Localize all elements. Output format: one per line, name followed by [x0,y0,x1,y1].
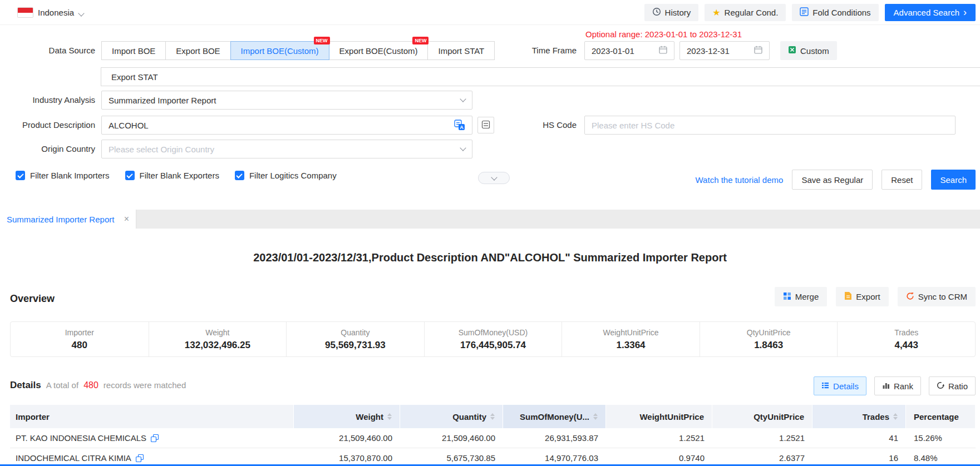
origin-country-label: Origin Country [0,140,95,158]
reset-button[interactable]: Reset [881,170,922,190]
advanced-search-button[interactable]: Advanced Search › [885,4,976,21]
tab-export-boe-custom[interactable]: Export BOE(Custom) NEW [329,41,429,60]
data-source-tabs: Import BOE Export BOE Import BOE(Custom)… [101,41,495,60]
filter-blank-exporters-checkbox[interactable]: Filter Blank Exporters [125,171,219,180]
date-to-input[interactable]: 2023-12-31 [679,41,770,60]
translate-icon[interactable]: A [454,120,465,131]
product-description-field: A [101,116,472,135]
calendar-icon [754,46,762,56]
importer-name-cell[interactable]: PT. KAO INDONESIA CHEMICALS [10,428,294,448]
history-button[interactable]: History [644,4,699,21]
chevron-down-icon [460,145,466,151]
hs-code-input[interactable] [592,121,948,130]
search-button[interactable]: Search [931,170,976,190]
optional-range-hint: Optional range: 2023-01-01 to 2023-12-31 [585,29,742,39]
overview-heading: Overview [10,293,55,305]
col-importer: Importer [10,405,294,428]
quantity-cell: 5,675,730.85 [400,448,503,466]
tab-summarized-importer-report[interactable]: Summarized Importer Report × [0,210,136,229]
percentage-cell: 8.48% [906,448,976,466]
importer-name-cell[interactable]: INDOCHEMICAL CITRA KIMIA [10,448,294,466]
country-selector[interactable]: Indonesia [38,0,74,25]
overview-stats-panel: Importer480 Weight132,032,496.25 Quantit… [10,321,976,357]
col-quantity-sort[interactable]: Quantity [400,405,503,428]
calendar-icon [659,46,667,56]
hs-code-field [584,116,956,135]
copy-icon[interactable] [136,454,144,462]
tab-export-boe[interactable]: Export BOE [165,41,230,60]
table-row: INDOCHEMICAL CITRA KIMIA 15,370,870.00 5… [10,448,976,466]
sort-icon [490,413,495,420]
regular-cond-button[interactable]: ★ Regular Cond. [705,4,786,21]
star-icon: ★ [712,8,720,17]
tutorial-demo-link[interactable]: Watch the tutorial demo [696,175,784,185]
total-prefix: A total of [46,380,78,390]
trades-cell: 41 [812,428,906,448]
hs-code-label: HS Code [482,116,577,135]
stat-sum-of-money: SumOfMoney(USD)176,445,905.74 [424,322,562,356]
stat-weight-unit-price: WeightUnitPrice1.3364 [562,322,700,356]
details-heading: Details [10,380,41,391]
col-qty-unit-price: QtyUnitPrice [712,405,812,428]
tab-export-stat[interactable]: Export STAT [101,67,980,86]
qty-unit-price-cell: 1.2521 [712,428,812,448]
topbar: Indonesia History ★ Regular Cond. Fold C… [0,0,980,25]
qty-unit-price-cell: 2.6377 [712,448,812,466]
copy-icon[interactable] [151,434,159,442]
product-description-input[interactable] [109,121,454,130]
view-ratio-button[interactable]: Ratio [929,376,976,395]
weight-cell: 21,509,460.00 [294,428,400,448]
save-as-regular-button[interactable]: Save as Regular [792,170,873,190]
view-details-button[interactable]: Details [814,376,866,395]
checkbox-checked-icon [125,171,135,180]
collapse-toggle[interactable] [478,172,510,184]
quantity-cell: 21,509,460.00 [400,428,503,448]
tab-import-boe-custom[interactable]: Import BOE(Custom) NEW [230,41,329,60]
fold-panel-icon [800,7,809,18]
col-weight-sort[interactable]: Weight [294,405,400,428]
filter-logistics-company-checkbox[interactable]: Filter Logitics Company [235,171,337,180]
filter-blank-importers-checkbox[interactable]: Filter Blank Importers [16,171,110,180]
product-description-label: Product Description [0,116,95,135]
rank-bars-icon [882,381,890,391]
ratio-cycle-icon [937,381,944,391]
history-icon [652,7,661,18]
merge-button[interactable]: Merge [775,287,828,306]
sort-icon [893,413,898,420]
chevron-right-icon: › [963,7,967,17]
details-grid-icon [821,381,829,391]
stat-weight: Weight132,032,496.25 [149,322,287,356]
custom-range-button[interactable]: Custom [780,41,837,60]
merge-icon [783,292,791,302]
close-icon[interactable]: × [124,215,129,224]
chevron-down-icon [460,96,466,102]
weight-unit-price-cell: 0.9740 [606,448,712,466]
checkbox-checked-icon [16,171,25,180]
filter-checkbox-row: Filter Blank Importers Filter Blank Expo… [16,171,337,180]
stat-importer: Importer480 [11,322,149,356]
sort-icon [593,413,598,420]
chevron-down-icon[interactable] [78,10,84,16]
view-rank-button[interactable]: Rank [874,376,921,395]
fold-conditions-button[interactable]: Fold Conditions [792,4,878,21]
export-button[interactable]: Export [836,287,888,306]
record-count: 480 [83,380,99,390]
tab-import-boe[interactable]: Import BOE [101,41,166,60]
time-frame-label: Time Frame [482,41,577,60]
industry-analysis-select[interactable]: Summarized Importer Report [101,91,472,110]
origin-country-select[interactable]: Please select Origin Country [101,140,472,158]
result-tabstrip: Summarized Importer Report × [0,210,980,229]
stat-quantity: Quantity95,569,731.93 [286,322,424,356]
table-row: PT. KAO INDONESIA CHEMICALS 21,509,460.0… [10,428,976,448]
col-trades-sort[interactable]: Trades [812,405,906,428]
sync-icon [906,292,914,302]
col-sum-of-money-sort[interactable]: SumOfMoney(U... [503,405,606,428]
total-suffix: records were matched [104,380,186,390]
custom-icon [788,46,796,56]
chevron-down-icon [491,174,497,180]
new-badge: NEW [314,37,330,44]
col-weight-unit-price: WeightUnitPrice [606,405,712,428]
sync-to-crm-button[interactable]: Sync to CRM [898,287,976,306]
date-from-input[interactable]: 2023-01-01 [584,41,674,60]
sort-icon [387,413,392,420]
